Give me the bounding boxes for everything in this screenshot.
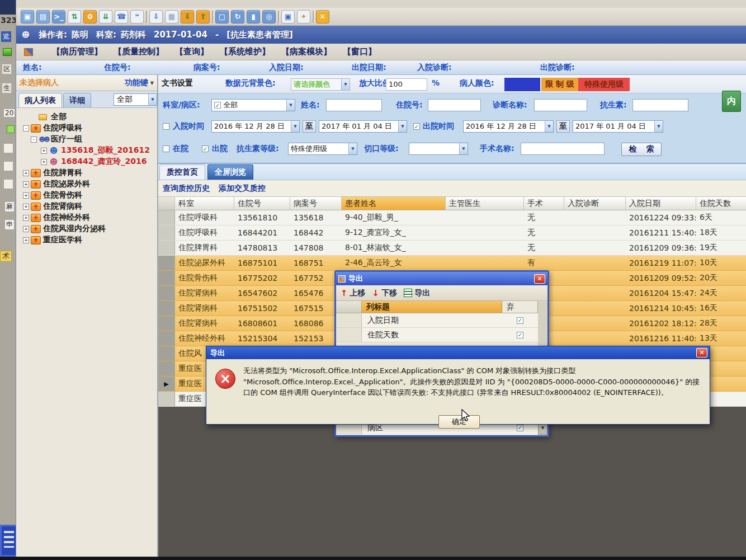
inner-button[interactable]: 内 — [722, 91, 741, 112]
tree-item[interactable]: + 135618_邵毅_201612 — [18, 145, 157, 156]
tree-item[interactable]: + 住院骨伤科 — [18, 190, 157, 201]
admit-from-date[interactable]: 2016 年 12 月 28 日 — [211, 120, 300, 133]
monitor-icon[interactable]: ▤ — [36, 10, 50, 23]
antibiotic-input[interactable] — [632, 99, 688, 111]
tree-expander[interactable]: - — [23, 125, 29, 131]
panel-icon[interactable]: ▮ — [247, 10, 260, 23]
column-header[interactable]: 住院号 — [234, 197, 290, 210]
discharge-time-checkbox[interactable] — [413, 123, 420, 130]
menu-item[interactable]: 【质量控制】 — [114, 46, 164, 57]
column-header[interactable]: 入院日期 — [626, 197, 696, 210]
name-input[interactable] — [326, 99, 382, 111]
export-dialog-titlebar[interactable]: 导出 ✕ — [336, 272, 547, 285]
close-icon[interactable]: ✕ — [696, 348, 707, 357]
discharge-to-date[interactable]: 2017 年 01 月 04 日 — [573, 120, 663, 133]
table-row[interactable]: ▶ 住院脾胃科 14780813 147808 8-01_林淑钦_女_ 无 20… — [158, 241, 746, 256]
toolbar-icon[interactable] — [146, 11, 147, 23]
color-picker-combo[interactable]: 请选择颜色 — [291, 78, 350, 91]
row-header[interactable]: ▶ — [158, 241, 175, 255]
discard-checkbox[interactable] — [517, 317, 523, 324]
terminal-icon[interactable]: >_ — [52, 10, 65, 23]
menu-item[interactable]: 【病案模块】 — [281, 46, 332, 57]
phone-icon[interactable]: ☎ — [115, 10, 128, 23]
timer-icon[interactable]: 0 — [83, 10, 97, 23]
tree-item[interactable]: + 住院泌尿外科 — [18, 178, 157, 190]
column-header[interactable]: 入院诊断 — [564, 197, 626, 210]
admission-no-input[interactable] — [428, 99, 481, 111]
import-box-icon[interactable]: ⇩ — [181, 10, 194, 23]
copy-icon[interactable]: ▣ — [281, 10, 295, 23]
transfer-arrows-icon[interactable]: ⇅ — [68, 10, 81, 23]
toolbar-icon[interactable] — [212, 11, 213, 23]
workstation-icon[interactable]: ▣ — [21, 10, 34, 23]
export-box-icon[interactable]: ⇧ — [196, 10, 210, 23]
tree-expander[interactable]: + — [23, 170, 29, 176]
export-button[interactable]: 导出 — [404, 288, 430, 298]
function-key-dropdown[interactable]: 功能键▼ — [125, 78, 154, 88]
menu-item[interactable]: 【病历管理】 — [52, 46, 102, 57]
export-grid-row[interactable]: 住院天数 — [336, 328, 547, 342]
tree-expander[interactable]: + — [23, 237, 29, 243]
sidebar-tab[interactable]: 病人列表 — [18, 93, 62, 107]
tree-item[interactable]: + 168442_龚宜玲_2016 — [18, 156, 157, 167]
tree-item[interactable]: + 住院肾病科 — [18, 201, 157, 212]
action-link[interactable]: 查询质控历史 — [163, 183, 210, 194]
tree-expander[interactable]: + — [23, 181, 29, 187]
tree-expander[interactable]: + — [41, 159, 47, 165]
zoom-input[interactable]: 100 — [386, 78, 427, 91]
row-header[interactable]: ▶ — [158, 316, 175, 331]
row-header[interactable]: ▶ — [158, 301, 175, 316]
column-header[interactable]: 患者姓名 — [342, 197, 446, 210]
discharge-from-date[interactable]: 2016 年 12 月 28 日 — [463, 120, 554, 133]
move-up-button[interactable]: ↑上移 — [341, 288, 366, 298]
row-header[interactable]: ▶ — [158, 225, 175, 240]
row-header[interactable]: ▶ — [158, 392, 175, 406]
column-header[interactable]: 病案号 — [290, 197, 342, 210]
discard-checkbox[interactable] — [517, 425, 523, 431]
toolbar-icon[interactable] — [313, 11, 314, 23]
action-link[interactable]: 添加交叉质控 — [219, 183, 266, 194]
tree-item[interactable]: + 住院风湿内分泌科 — [18, 223, 157, 234]
tree-expander[interactable]: + — [23, 215, 29, 221]
menu-item[interactable]: 【系统维护】 — [220, 46, 270, 57]
tree-expander[interactable]: + — [23, 226, 29, 232]
tools-icon[interactable]: ✦ — [297, 10, 310, 23]
modules-icon[interactable]: ▦ — [165, 10, 178, 23]
table-row[interactable]: ▶ 住院呼吸科 16844201 168442 9-12_龚宜玲_女_ 无 20… — [158, 225, 746, 241]
tree-expander[interactable]: + — [23, 204, 29, 210]
row-header[interactable]: ▶ — [158, 377, 175, 391]
view-tab[interactable]: 质控首页 — [159, 164, 205, 180]
tree-item[interactable]: + 重症医学科 — [18, 234, 157, 246]
toolbar-icon[interactable] — [278, 11, 279, 23]
tree-item[interactable]: + 住院神经外科 — [18, 212, 157, 223]
column-header[interactable]: 住院天数 — [696, 197, 746, 210]
column-header[interactable]: 科室 — [175, 197, 234, 210]
admit-to-date[interactable]: 2017 年 01 月 04 日 — [319, 120, 407, 133]
diagnosis-input[interactable] — [534, 99, 587, 111]
excel-exit-icon[interactable]: ✕ — [316, 10, 329, 23]
tree-expander[interactable]: + — [23, 192, 29, 199]
column-header[interactable]: 主管医生 — [446, 197, 524, 210]
tree-item[interactable]: - 住院呼吸科 — [18, 123, 157, 134]
user-download-icon[interactable]: ⇩ — [149, 10, 163, 23]
antibiotic-level-combo[interactable]: 特殊使用级 — [288, 143, 357, 155]
menu-item[interactable]: 【窗口】 — [343, 46, 376, 57]
surgery-name-input[interactable] — [521, 143, 605, 155]
row-header[interactable]: ▶ — [158, 210, 175, 225]
row-header[interactable]: ▶ — [158, 256, 175, 270]
refresh-window-icon[interactable]: ↻ — [231, 10, 244, 23]
dept-ward-combo[interactable]: 全部 — [211, 99, 295, 111]
sidebar-tab[interactable]: 详细 — [63, 93, 91, 107]
tree-expander[interactable]: + — [41, 148, 47, 154]
window-icon[interactable]: ▢ — [215, 10, 229, 23]
ok-button[interactable]: 确定 — [438, 415, 480, 429]
tree-expander[interactable]: - — [31, 137, 37, 143]
column-header[interactable]: 手术 — [524, 197, 564, 210]
search-button[interactable]: 检 索 — [621, 143, 662, 156]
move-down-button[interactable]: ↓下移 — [372, 288, 398, 298]
export-grid-row[interactable]: 入院日期 — [336, 313, 547, 328]
menu-item[interactable]: 【查询】 — [175, 46, 209, 57]
row-header[interactable]: ▶ — [158, 346, 175, 361]
tree-item[interactable]: 全部 — [18, 111, 157, 123]
table-row[interactable]: ▶ 住院泌尿外科 16875101 168751 2-46_高云玲_女 有 20… — [158, 256, 746, 271]
